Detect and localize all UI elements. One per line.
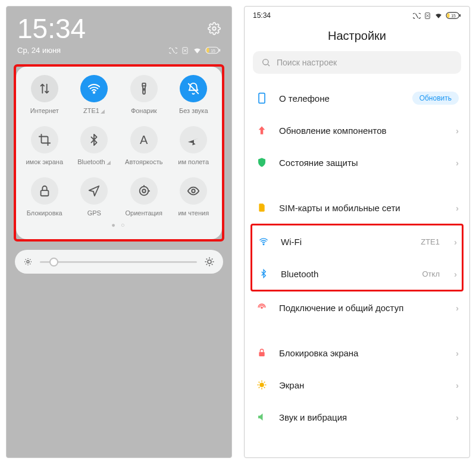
brightness-thumb[interactable] bbox=[49, 258, 58, 267]
row-label: Bluetooth bbox=[281, 269, 412, 279]
qs-tile-label: ZTE1 bbox=[83, 107, 105, 114]
update-badge[interactable]: Обновить bbox=[412, 92, 459, 105]
row-label: Состояние защиты bbox=[279, 158, 445, 168]
vibrate-icon bbox=[169, 46, 177, 55]
qs-tile-label: им полета bbox=[178, 158, 209, 165]
search-placeholder: Поиск настроек bbox=[277, 58, 337, 67]
shield-icon bbox=[255, 156, 268, 169]
nav-icon[interactable] bbox=[80, 177, 108, 205]
qs-tile-label: Bluetooth bbox=[77, 158, 111, 165]
row-about-phone[interactable]: О телефоне Обновить bbox=[245, 82, 469, 114]
brightness-slider[interactable] bbox=[15, 250, 223, 274]
rotate-icon[interactable] bbox=[130, 177, 158, 205]
wifi-bt-highlight: Wi-Fi ZTE1 › Bluetooth Откл › bbox=[250, 224, 464, 291]
row-sim-cards[interactable]: SIM-карты и мобильные сети › bbox=[245, 192, 469, 224]
sound-icon bbox=[255, 410, 268, 424]
qs-tile-screenshot[interactable]: имок экрана bbox=[20, 126, 70, 165]
row-tethering[interactable]: Подключение и общий доступ › bbox=[245, 291, 469, 324]
svg-point-13 bbox=[192, 189, 196, 193]
settings-list: О телефоне Обновить Обновление компонент… bbox=[245, 80, 469, 428]
row-display[interactable]: Экран › bbox=[245, 369, 469, 401]
no-sim-icon bbox=[181, 46, 189, 55]
svg-rect-10 bbox=[40, 190, 48, 196]
row-security-status[interactable]: Состояние защиты › bbox=[245, 146, 469, 178]
eye-icon[interactable] bbox=[180, 177, 207, 205]
qs-tile-orientation[interactable]: Ориентация bbox=[119, 177, 169, 217]
A-icon[interactable]: A bbox=[130, 126, 158, 153]
qs-tile-lock[interactable]: Блокировка bbox=[20, 177, 70, 217]
row-component-updates[interactable]: Обновление компонентов › bbox=[245, 114, 469, 146]
settings-gear-icon[interactable] bbox=[208, 22, 221, 35]
wifi-status-icon bbox=[193, 46, 202, 55]
data-icon[interactable] bbox=[31, 75, 58, 102]
bt-icon[interactable] bbox=[80, 126, 108, 153]
qs-tile-gps[interactable]: GPS bbox=[70, 177, 120, 217]
qs-tile-label: Блокировка bbox=[27, 209, 62, 217]
row-value: ZTE1 bbox=[421, 237, 440, 246]
qs-tile-silent[interactable]: Без звука bbox=[169, 75, 219, 114]
qs-tile-internet[interactable]: Интернет bbox=[20, 75, 70, 114]
wifi-icon bbox=[257, 235, 270, 248]
search-icon bbox=[261, 58, 271, 67]
phone-icon bbox=[255, 92, 268, 105]
qs-tile-bluetooth[interactable]: Bluetooth bbox=[70, 126, 120, 165]
plane-icon[interactable] bbox=[180, 126, 207, 153]
quick-settings-highlight: ИнтернетZTE1ФонарикБез звукаимок экранаB… bbox=[14, 64, 224, 242]
chevron-right-icon: › bbox=[454, 269, 457, 279]
svg-point-26 bbox=[260, 383, 264, 387]
qs-tile-label: имок экрана bbox=[26, 158, 63, 165]
status-bar: 15:34 15 bbox=[245, 7, 469, 22]
page-indicator: ● ○ bbox=[20, 221, 218, 228]
brightness-low-icon bbox=[23, 257, 33, 267]
qs-tile-label: Фонарик bbox=[131, 107, 157, 114]
qs-tile-autobright[interactable]: AАвтояркость bbox=[119, 126, 169, 165]
svg-point-24 bbox=[261, 307, 262, 308]
row-wifi[interactable]: Wi-Fi ZTE1 › bbox=[252, 225, 462, 258]
clock-time: 15:34 bbox=[17, 12, 86, 45]
qs-tile-label: Ориентация bbox=[126, 209, 162, 217]
row-bluetooth[interactable]: Bluetooth Откл › bbox=[252, 258, 462, 290]
share-icon bbox=[255, 301, 268, 314]
chevron-right-icon: › bbox=[456, 348, 459, 358]
lock-icon bbox=[255, 346, 268, 359]
qs-tile-label: GPS bbox=[87, 209, 101, 217]
clock-time: 15:34 bbox=[253, 11, 271, 20]
svg-point-23 bbox=[263, 244, 264, 245]
lock-icon[interactable] bbox=[31, 177, 58, 205]
mute-icon[interactable] bbox=[180, 75, 207, 102]
chevron-right-icon: › bbox=[454, 237, 457, 247]
phone-settings: 15:34 15 Настройки Поиск настроек О теле… bbox=[244, 6, 470, 458]
chevron-right-icon: › bbox=[456, 158, 459, 168]
wifi-icon[interactable] bbox=[80, 75, 108, 102]
qs-tile-read[interactable]: им чтения bbox=[169, 177, 219, 217]
qs-tile-flashlight[interactable]: Фонарик bbox=[119, 75, 169, 114]
qs-tile-label: Автояркость bbox=[125, 158, 162, 165]
date-label: Ср, 24 июня bbox=[17, 46, 61, 55]
page-title: Настройки bbox=[245, 22, 469, 51]
search-input[interactable]: Поиск настроек bbox=[253, 51, 461, 74]
svg-rect-20 bbox=[459, 14, 461, 17]
svg-rect-3 bbox=[206, 48, 209, 53]
row-lock-screen[interactable]: Блокировка экрана › bbox=[245, 337, 469, 369]
qs-tile-wifi[interactable]: ZTE1 bbox=[70, 75, 120, 114]
torch-icon[interactable] bbox=[130, 75, 158, 102]
battery-icon: 15 bbox=[205, 46, 221, 54]
row-label: Блокировка экрана bbox=[279, 348, 445, 358]
vibrate-icon bbox=[413, 12, 421, 20]
crop-icon[interactable] bbox=[31, 126, 58, 153]
brightness-track[interactable] bbox=[40, 261, 197, 263]
row-label: Обновление компонентов bbox=[279, 126, 445, 136]
row-label: Подключение и общий доступ bbox=[279, 303, 445, 313]
chevron-right-icon: › bbox=[456, 203, 459, 213]
row-label: О телефоне bbox=[279, 93, 402, 104]
row-label: Экран bbox=[279, 380, 445, 390]
svg-text:15: 15 bbox=[451, 14, 456, 18]
row-sound[interactable]: Звук и вибрация › bbox=[245, 401, 469, 426]
svg-point-12 bbox=[142, 189, 146, 193]
svg-point-0 bbox=[212, 27, 216, 30]
svg-point-14 bbox=[27, 261, 29, 263]
svg-point-6 bbox=[93, 92, 95, 93]
row-value: Откл bbox=[422, 269, 440, 278]
qs-tile-airplane[interactable]: им полета bbox=[169, 126, 219, 165]
phone-quick-settings: 15:34 Ср, 24 июня 15 bbox=[6, 6, 232, 458]
